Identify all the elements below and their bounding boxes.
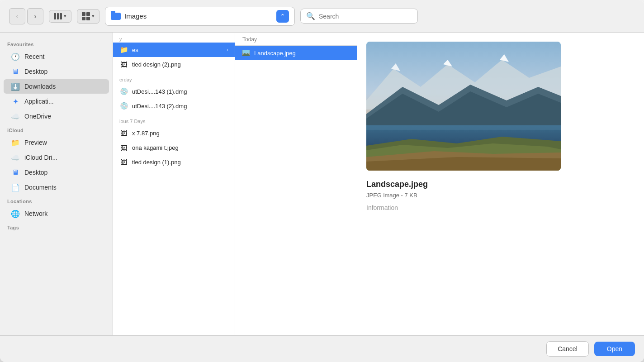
location-bar[interactable]: Images ⌃	[105, 7, 295, 26]
png2-icon: 🖼	[119, 157, 128, 167]
open-button[interactable]: Open	[594, 342, 635, 356]
column-1: y 📁 es › 🖼 tled design (2).png erday 💿 u…	[113, 33, 235, 335]
file-item-png1[interactable]: 🖼 x 7.87.png	[113, 126, 235, 140]
sidebar-item-label-network: Network	[24, 210, 47, 217]
file-item-name-png1: x 7.87.png	[132, 130, 228, 137]
desktop-icloud-icon: 🖥	[11, 168, 20, 177]
search-input[interactable]	[319, 13, 412, 20]
grid-icon	[82, 12, 90, 20]
sidebar-section-tags: Tags	[0, 221, 113, 232]
sidebar-section-icloud: iCloud	[0, 124, 113, 135]
monitor-icon: 🖥	[11, 67, 20, 76]
file-item-dmg2[interactable]: 💿 utDesi....143 (2).dmg	[113, 99, 235, 113]
folder-icon: 📁	[119, 45, 128, 54]
svg-rect-13	[366, 125, 561, 130]
sidebar-item-label-onedrive: OneDrive	[24, 113, 51, 120]
sidebar-item-recent[interactable]: 🕐 Recent	[4, 49, 109, 64]
sidebar-item-label-desktop: Desktop	[24, 68, 47, 75]
col1-section-today-label: y	[113, 33, 235, 43]
file-item-titled-design-2[interactable]: 🖼 tled design (2).png	[113, 57, 235, 71]
open-file-dialog: ‹ › ▾ ▾ Images ⌃ 🔍	[0, 0, 644, 362]
toolbar: ‹ › ▾ ▾ Images ⌃ 🔍	[0, 0, 644, 33]
dmg1-icon: 💿	[119, 87, 128, 96]
sidebar-item-icloud-drive[interactable]: ☁️ iCloud Dri...	[4, 150, 109, 165]
col2-header: Today	[235, 33, 357, 46]
file-item-jpeg1[interactable]: 🖼 ona kagami t.jpeg	[113, 140, 235, 155]
location-chevron-icon: ⌃	[276, 10, 289, 23]
sidebar-item-label-downloads: Downloads	[24, 83, 56, 90]
sidebar-item-preview[interactable]: 📁 Preview	[4, 135, 109, 150]
sidebar-item-label-recent: Recent	[24, 53, 44, 60]
column-view: y 📁 es › 🖼 tled design (2).png erday 💿 u…	[113, 33, 644, 335]
sidebar-item-label-desktop-icloud: Desktop	[24, 169, 47, 176]
sidebar-item-documents[interactable]: 📄 Documents	[4, 180, 109, 195]
nav-buttons: ‹ ›	[9, 8, 43, 24]
sparkle-icon: ✦	[11, 97, 20, 106]
sidebar-section-favourites: Favourites	[0, 38, 113, 49]
sidebar: Favourites 🕐 Recent 🖥 Desktop ⬇️ Downloa…	[0, 33, 113, 335]
col1-section-prev7: ious 7 Days	[113, 113, 235, 126]
preview-filename: Landscape.jpeg	[366, 180, 635, 189]
sidebar-section-locations: Locations	[0, 195, 113, 206]
icloud-icon: ☁️	[11, 153, 20, 162]
bottom-bar: Cancel Open	[0, 335, 644, 362]
cloud-icon: ☁️	[11, 112, 20, 121]
view-columns-chevron: ▾	[64, 13, 66, 19]
sidebar-item-label-documents: Documents	[24, 184, 57, 191]
sidebar-item-applications[interactable]: ✦ Applicati...	[4, 94, 109, 109]
view-grid-chevron: ▾	[92, 13, 95, 19]
view-columns-button[interactable]: ▾	[49, 10, 71, 23]
sidebar-item-desktop[interactable]: 🖥 Desktop	[4, 64, 109, 79]
file-item-name-dmg1: utDesi....143 (1).dmg	[132, 88, 228, 95]
search-icon: 🔍	[306, 12, 315, 20]
file-item-images[interactable]: 📁 es ›	[113, 43, 235, 57]
doc-icon: 📄	[11, 183, 20, 192]
preview-info-header: Information	[366, 204, 635, 211]
file-item-png2[interactable]: 🖼 tled design (1).png	[113, 155, 235, 169]
file-item-name-dmg2: utDesi....143 (2).dmg	[132, 103, 228, 110]
col1-section-yesterday: erday	[113, 71, 235, 84]
file-item-name-titled-design-2: tled design (2).png	[132, 61, 228, 68]
png1-icon: 🖼	[119, 129, 128, 138]
columns-icon	[54, 13, 62, 19]
file-item-dmg1[interactable]: 💿 utDesi....143 (1).dmg	[113, 84, 235, 99]
preview-panel: Landscape.jpeg JPEG image - 7 KB Informa…	[357, 33, 644, 335]
preview-image	[366, 42, 561, 171]
file-item-name-landscape: Landscape.jpeg	[254, 50, 350, 57]
location-folder-icon	[111, 11, 121, 21]
arrow-icon: ›	[227, 47, 228, 53]
file-item-name-jpeg1: ona kagami t.jpeg	[132, 144, 228, 151]
sidebar-item-label-icloud-drive: iCloud Dri...	[24, 154, 57, 161]
cancel-button[interactable]: Cancel	[546, 341, 589, 357]
jpeg1-icon: 🖼	[119, 143, 128, 152]
sidebar-item-network[interactable]: 🌐 Network	[4, 206, 109, 221]
preview-meta: JPEG image - 7 KB	[366, 192, 635, 199]
folder-blue-icon: 📁	[11, 138, 20, 147]
landscape-icon	[242, 48, 251, 57]
arrow-down-circle-icon: ⬇️	[11, 82, 20, 91]
location-text: Images	[124, 12, 273, 20]
main-area: Favourites 🕐 Recent 🖥 Desktop ⬇️ Downloa…	[0, 33, 644, 335]
file-item-name-images: es	[132, 47, 223, 53]
sidebar-item-onedrive[interactable]: ☁️ OneDrive	[4, 109, 109, 124]
svg-rect-2	[242, 50, 250, 53]
search-bar[interactable]: 🔍	[300, 9, 418, 24]
dmg2-icon: 💿	[119, 101, 128, 110]
clock-icon: 🕐	[11, 52, 20, 61]
globe-icon: 🌐	[11, 209, 20, 218]
sidebar-item-label-preview: Preview	[24, 139, 47, 146]
sidebar-item-desktop-icloud[interactable]: 🖥 Desktop	[4, 165, 109, 180]
image-icon: 🖼	[119, 60, 128, 69]
column-2: Today Landscape.jpeg	[235, 33, 357, 335]
forward-button[interactable]: ›	[27, 8, 43, 24]
view-grid-button[interactable]: ▾	[77, 9, 99, 24]
back-button[interactable]: ‹	[9, 8, 25, 24]
sidebar-item-downloads[interactable]: ⬇️ Downloads	[4, 79, 109, 94]
file-item-name-png2: tled design (1).png	[132, 159, 228, 166]
file-item-landscape[interactable]: Landscape.jpeg	[235, 46, 357, 60]
sidebar-item-label-applications: Applicati...	[24, 98, 54, 105]
